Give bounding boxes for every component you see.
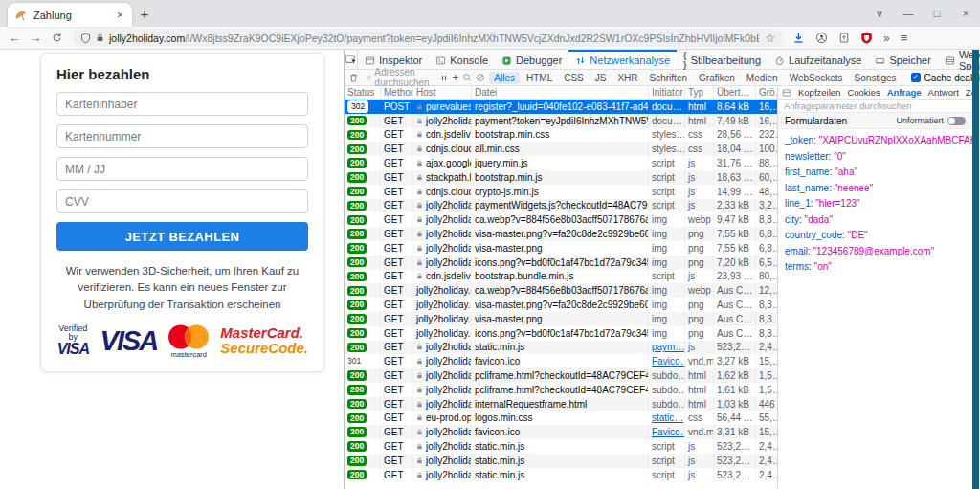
column-header-2[interactable]: Host (413, 86, 472, 99)
form-data-section-header[interactable]: Formulardaten Unformatiert (778, 113, 972, 129)
reload-icon[interactable] (46, 28, 67, 49)
request-row[interactable]: 200GETjolly2holiday.c…static.min.jspaym…… (345, 341, 777, 355)
request-row[interactable]: 200GETjolly2holiday.comvisa-master.png?v… (345, 298, 777, 312)
cardnumber-input[interactable] (56, 124, 308, 148)
details-tab-anfrage[interactable]: Anfrage (887, 87, 922, 98)
request-row[interactable]: 200GETeu-prod.opp…logos.min.cssstatic…cs… (345, 411, 777, 426)
https-lock-icon[interactable] (96, 33, 104, 43)
forward-icon[interactable]: → (25, 28, 46, 49)
initiator-link[interactable]: Favico… (652, 356, 685, 367)
details-tab-cookies[interactable]: Cookies (847, 87, 880, 98)
filter-pill-schriften[interactable]: Schriften (645, 72, 692, 84)
devtools-tab-debugger[interactable]: Debugger (495, 50, 568, 69)
request-table-header[interactable]: StatusMethodeHostDateiInitiatorTypÜbert…… (345, 86, 777, 100)
column-header-6[interactable]: Übert… (714, 86, 756, 99)
share-page-icon[interactable] (838, 32, 850, 44)
column-header-3[interactable]: Datei (472, 86, 649, 99)
new-tab-button[interactable]: + (132, 3, 157, 27)
params-search-input[interactable]: Anfrageparameter durchsuchen (778, 100, 972, 113)
downloads-icon[interactable] (792, 32, 805, 44)
details-tab-zeit[interactable]: Zeit (966, 87, 972, 98)
overflow-chevrons-icon[interactable]: » (883, 32, 890, 45)
disable-cache-checkbox[interactable]: ✓ Cache deaktivieren (911, 73, 980, 83)
request-row[interactable]: 200GETjolly2holiday.c…payment?token=eyJp… (345, 114, 777, 128)
request-row[interactable]: 200GETjolly2holiday.c…favicon.icoFavico…… (345, 425, 777, 439)
details-tab-antwort[interactable]: Antwort (928, 87, 959, 98)
request-row[interactable]: 200GETjolly2holiday.c…pcliframe.html?che… (345, 368, 777, 383)
request-row[interactable]: 200GETjolly2holiday.c…static.min.jsscrip… (345, 439, 777, 454)
filter-pill-alles[interactable]: Alles (489, 72, 520, 84)
devtools-tab-netzwerkanalyse[interactable]: Netzwerkanalyse (568, 50, 677, 69)
request-row[interactable]: 200GETcdnjs.cloudfla…all.min.cssstyles…c… (345, 142, 777, 156)
pick-element-icon[interactable] (345, 50, 358, 69)
request-row[interactable]: 200GETjolly2holiday.c…visa-master.pngimg… (345, 241, 777, 256)
request-row[interactable]: 200GETjolly2holiday.c…static.min.jsscrip… (345, 454, 777, 468)
devtools-tab-inspektor[interactable]: Inspektor (358, 50, 429, 69)
request-row[interactable]: 200GETcdn.jsdelivr.netbootstrap.min.csss… (345, 128, 777, 143)
param-row[interactable]: last_name: neenee (785, 181, 972, 197)
menu-hamburger-icon[interactable]: ≡ (901, 31, 908, 45)
param-row[interactable]: terms: on (785, 259, 972, 276)
request-row[interactable]: 200GETjolly2holiday.c…ca.webp?v=884f56e8… (345, 212, 777, 227)
column-header-5[interactable]: Typ (685, 86, 714, 99)
browser-tab[interactable]: Zahlung × (8, 3, 132, 27)
request-row[interactable]: 200GETstackpath.boo…bootstrap.min.jsscri… (345, 170, 777, 185)
filter-pill-grafiken[interactable]: Grafiken (694, 72, 740, 84)
pay-now-button[interactable]: JETZT BEZAHLEN (56, 222, 308, 251)
filter-pill-css[interactable]: CSS (559, 72, 589, 84)
cvv-input[interactable] (56, 189, 308, 213)
devtools-tab-konsole[interactable]: Konsole (429, 50, 495, 69)
filter-pill-medien[interactable]: Medien (742, 72, 783, 84)
initiator-link[interactable]: paym… (652, 342, 684, 352)
filter-pill-sonstiges[interactable]: Sonstiges (850, 72, 902, 84)
request-row[interactable]: 200GETcdnjs.cloudfla…crypto-js.min.jsscr… (345, 185, 777, 199)
filter-urls-input[interactable]: Adressen durchsuchen (367, 67, 433, 88)
devtools-tab-stilbearbeitung[interactable]: { }Stilbearbeitung (677, 50, 768, 69)
account-icon[interactable] (815, 32, 828, 44)
column-header-0[interactable]: Status (345, 86, 381, 99)
tabs-list-chevron-icon[interactable]: ∨ (865, 0, 894, 27)
request-row[interactable]: 200GETjolly2holiday.c…internalRequestfra… (345, 397, 777, 411)
split-pane-icon[interactable] (782, 88, 791, 98)
expiry-input[interactable] (56, 157, 308, 181)
devtools-tab-laufzeitanalyse[interactable]: Laufzeitanalyse (768, 50, 868, 69)
tracking-protection-shield-icon[interactable] (80, 33, 91, 44)
filter-pill-websockets[interactable]: WebSockets (785, 72, 848, 84)
window-maximize-icon[interactable]: □ (923, 0, 951, 27)
filter-pill-xhr[interactable]: XHR (612, 72, 642, 84)
request-row[interactable]: 200GETjolly2holiday.comca.webp?v=884f56e… (345, 283, 777, 298)
request-row[interactable]: 200GETjolly2holiday.comicons.png?v=bd0f0… (345, 326, 777, 341)
column-header-7[interactable]: Grö… (756, 86, 777, 99)
pause-traffic-icon[interactable] (440, 74, 448, 82)
request-row[interactable]: 200GETjolly2holiday.c…static.min.jsscrip… (345, 468, 777, 482)
filter-pill-html[interactable]: HTML (522, 72, 557, 84)
devtools-tab-speicher[interactable]: Speicher (868, 50, 937, 69)
ublock-shield-icon[interactable] (860, 32, 873, 44)
param-row[interactable]: city: dada (785, 212, 972, 229)
request-blocking-icon[interactable] (476, 73, 485, 82)
url-bar[interactable]: jolly2holiday.com/l/Wx8jtss9ZraK9OC9iEXj… (73, 29, 783, 47)
bookmark-star-icon[interactable]: ☆ (765, 32, 775, 45)
param-row[interactable]: _token: XAIPCUvuRZNpIXXoXAahMBCFAHdBhR45… (785, 133, 972, 149)
initiator-link[interactable]: Favico… (652, 427, 685, 437)
request-row[interactable]: 200GETjolly2holiday.c…visa-master.png?v=… (345, 227, 777, 241)
column-header-1[interactable]: Methode (381, 86, 413, 99)
column-header-4[interactable]: Initiator (649, 86, 685, 99)
request-row[interactable]: 301GETjolly2holiday.c…favicon.icoFavico…… (345, 354, 777, 368)
request-row[interactable]: 200GETjolly2holiday.c…icons.png?v=bd0f0c… (345, 256, 777, 270)
new-request-plus-icon[interactable]: + (452, 71, 458, 84)
request-row[interactable]: 200GETjolly2holiday.c…pcliframe.html?che… (345, 383, 777, 397)
filter-pill-js[interactable]: JS (590, 72, 612, 84)
clear-requests-trash-icon[interactable] (348, 73, 359, 83)
toggle-off-icon[interactable] (947, 117, 966, 125)
param-row[interactable]: country_code: DE (785, 228, 972, 244)
tab-close-icon[interactable]: × (115, 9, 125, 22)
window-minimize-icon[interactable]: — (894, 0, 923, 27)
cardholder-input[interactable] (56, 92, 308, 116)
param-row[interactable]: line_1: hier=123 (785, 196, 972, 212)
param-row[interactable]: first_name: aha (785, 165, 972, 181)
search-icon[interactable] (462, 73, 472, 82)
request-row[interactable]: 302POSTpurevaluesolu…register?_luuid=040… (345, 100, 777, 114)
back-icon[interactable]: ← (4, 28, 25, 49)
initiator-link[interactable]: static… (652, 412, 683, 423)
